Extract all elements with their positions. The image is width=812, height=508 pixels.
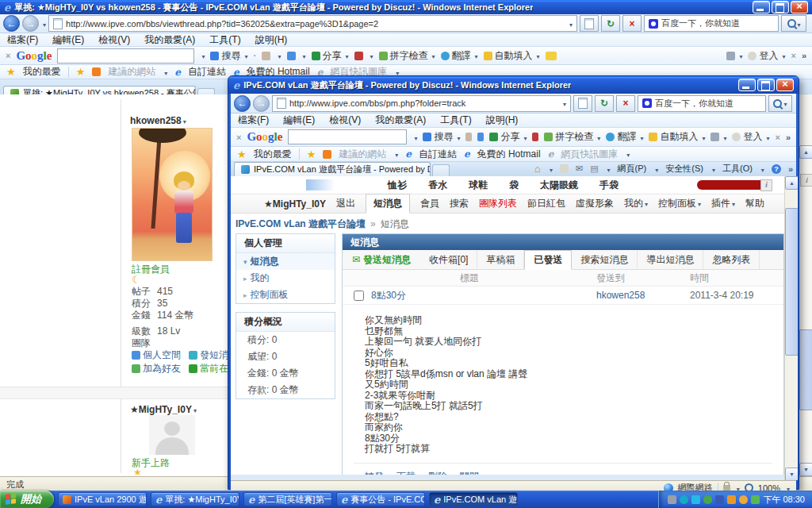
blogger-dropdown-icon[interactable] [369, 50, 373, 61]
fg-tab[interactable]: IPvE.COM vLan 遊戲平台論壇 - Powered by Discuz… [234, 162, 431, 176]
taskbar-item-game[interactable]: IPvE vLan 2900 遊戲... [58, 492, 147, 506]
scroll-up-button[interactable]: ▲ [785, 176, 798, 190]
ad-info-icon[interactable]: i [760, 179, 772, 191]
web-slice-dropdown-icon[interactable] [625, 148, 630, 160]
address-bar[interactable]: http://www.ipve.com/bbs/viewthread.php?t… [48, 15, 577, 32]
google-search-button[interactable]: 搜尋 [210, 49, 247, 63]
page-menu[interactable]: 網頁(P) [618, 163, 647, 175]
favorites-button[interactable]: 我的最愛 [23, 65, 61, 79]
back-button[interactable] [3, 15, 20, 32]
rss-feed-icon[interactable] [560, 164, 569, 173]
menu-tools[interactable]: 工具(T) [209, 33, 240, 47]
ad-link[interactable]: 太陽眼鏡 [540, 179, 578, 192]
add-friend-link[interactable]: 加為好友 [132, 362, 181, 375]
screenshot-icon[interactable] [262, 52, 270, 60]
menu-tools[interactable]: 工具(T) [440, 114, 471, 127]
post2-author-name[interactable]: ★MigHTy_I0Y [130, 404, 197, 415]
compatibility-view-button[interactable] [580, 15, 599, 32]
clock[interactable]: 下午 08:30 [763, 494, 805, 506]
tab-export-pm[interactable]: 導出短消息 [638, 250, 703, 269]
commandbar-overflow-icon[interactable]: » [788, 164, 793, 174]
ad-link[interactable]: 袋 [509, 179, 519, 192]
nav-item-mine[interactable]: 我的 [624, 197, 648, 210]
menu-help[interactable]: 說明(H) [486, 114, 519, 127]
google-search-dropdown-icon[interactable] [200, 50, 205, 61]
nav-item-plugins[interactable]: 插件 [711, 197, 735, 210]
help-icon[interactable]: ? [772, 164, 781, 174]
search-options-icon[interactable] [782, 98, 787, 109]
menu-edit[interactable]: 編輯(E) [52, 33, 84, 47]
recipient-link[interactable]: hkowen258 [596, 290, 645, 301]
print-dropdown-icon[interactable] [606, 164, 611, 174]
document-icon[interactable] [727, 495, 736, 504]
bg-scroll-down-button[interactable]: ▼ [799, 463, 812, 476]
signin-button[interactable]: 登入 [732, 130, 769, 144]
menu-favorites[interactable]: 我的最愛(A) [375, 114, 426, 127]
taskbar-item-forum-active[interactable]: eIPvE.COM vLan 遊戲... [429, 492, 518, 506]
google-search-input[interactable] [288, 129, 407, 144]
ad-info-icon[interactable]: i [800, 174, 812, 187]
page-dropdown-icon[interactable] [653, 164, 658, 174]
nav-item-controlpanel[interactable]: 控制面板 [658, 197, 701, 210]
toolbar-close2-icon[interactable]: × [791, 51, 795, 60]
toolbar-overflow-icon[interactable]: » [802, 51, 806, 60]
tools-menu[interactable]: 工具(O) [722, 163, 753, 175]
plugin-icon[interactable] [715, 495, 724, 504]
tab-search-pm[interactable]: 搜索短消息 [572, 250, 638, 269]
tab-ignore-list[interactable]: 忽略列表 [703, 250, 760, 269]
baidu-search-box[interactable]: 百度一下，你就知道 [644, 15, 779, 32]
google-search-dropdown-icon[interactable] [412, 132, 417, 143]
sidebar-item-pm[interactable]: 短消息 [236, 253, 335, 270]
nav-item-avatar[interactable]: 虛擬形象 [576, 197, 614, 210]
history-dropdown-icon[interactable] [41, 18, 46, 29]
suggested-sites-link[interactable]: 建議的網站 [339, 148, 386, 161]
skype-icon[interactable] [680, 495, 688, 504]
address-bar[interactable]: http://www.ipve.com/bbs/pm.php?folder=tr… [272, 95, 571, 112]
menu-view[interactable]: 檢視(V) [329, 114, 361, 127]
ad-link[interactable]: 香水 [428, 179, 447, 192]
tools-dropdown-icon[interactable] [760, 164, 764, 174]
toolbar-options-button[interactable] [726, 50, 742, 61]
sidebar-item-controlpanel[interactable]: 控制面板 [236, 287, 335, 303]
highlighter-icon[interactable] [546, 52, 557, 60]
toolbar-options-button[interactable] [710, 132, 726, 143]
signin-button[interactable]: 登入 [748, 49, 785, 63]
add-gadget-icon[interactable] [477, 133, 484, 141]
toolbar-close-icon[interactable]: × [236, 133, 241, 142]
phone-icon[interactable] [751, 495, 760, 504]
forward-button[interactable] [22, 15, 39, 32]
refresh-button[interactable]: ↻ [601, 15, 620, 32]
compose-pm-button[interactable]: ✉發送短消息 [343, 250, 420, 269]
breadcrumb-site-link[interactable]: IPvE.COM vLan 遊戲平台論壇 [236, 218, 366, 229]
translate-button[interactable]: 翻譯 [606, 130, 643, 144]
taskbar-item-announcement[interactable]: e賽事公告 - IPvE.CO... [336, 492, 425, 506]
bg-scroll-thumb[interactable] [799, 329, 812, 410]
safety-dropdown-icon[interactable] [710, 164, 715, 174]
spellcheck-button[interactable]: 拼字檢查 [544, 130, 600, 144]
hotmail-link[interactable]: 免費的 Hotmail [477, 148, 541, 161]
menu-help[interactable]: 說明(H) [255, 33, 288, 47]
add-favorite-star-icon[interactable]: ★ [307, 148, 316, 160]
autofill-button[interactable]: 自動填入 [484, 49, 540, 63]
home-dropdown-icon[interactable] [548, 164, 553, 174]
custom-links[interactable]: 自訂連結 [188, 65, 226, 79]
taskbar-item-hero-match[interactable]: e第二屆[英雄賽]第一... [243, 492, 332, 506]
search-go-button[interactable] [768, 95, 792, 112]
ad-banner[interactable]: 恤衫 香水 球鞋 袋 太陽眼鏡 手袋 i [231, 176, 785, 194]
screenshot-dropdown-icon[interactable] [276, 50, 281, 61]
tab-inbox[interactable]: 收件箱[0] [420, 250, 477, 269]
qq-icon[interactable] [739, 495, 748, 504]
pm-subject-link[interactable]: 8點30分 [371, 289, 406, 302]
google-share-button[interactable]: 分享 [489, 130, 527, 144]
safety-menu[interactable]: 安全性(S) [665, 163, 703, 175]
blogger-icon[interactable] [354, 52, 363, 60]
menu-file[interactable]: 檔案(F) [238, 114, 269, 127]
forward-button[interactable] [253, 95, 270, 112]
new-tab-button[interactable] [432, 164, 450, 176]
menu-view[interactable]: 檢視(V) [98, 33, 130, 47]
bg-window-titlebar[interactable]: e 單挑: ★MigHTy_I0Y vs hkowen258 - 賽事公告 - … [0, 0, 812, 14]
compatibility-view-button[interactable] [573, 95, 592, 112]
google-search-input[interactable] [57, 48, 194, 64]
close-button[interactable] [776, 79, 794, 91]
read-mail-icon[interactable] [576, 164, 583, 174]
